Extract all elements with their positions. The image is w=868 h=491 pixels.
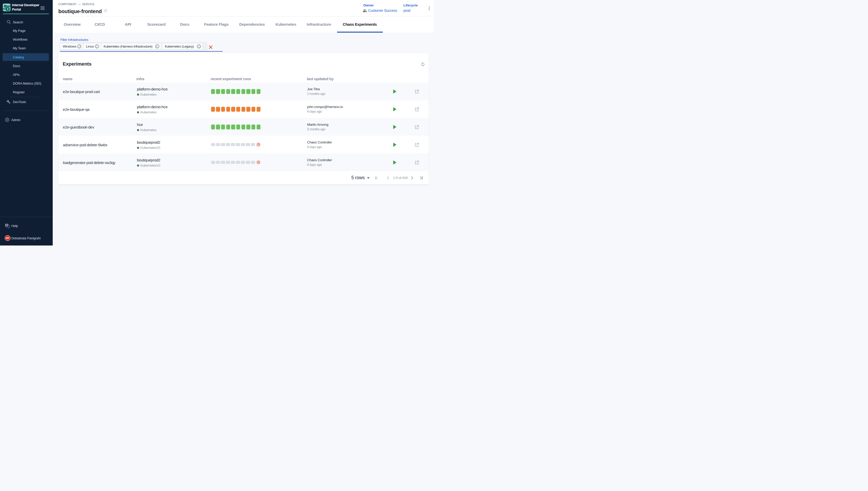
svg-text:?: ?: [6, 224, 7, 226]
